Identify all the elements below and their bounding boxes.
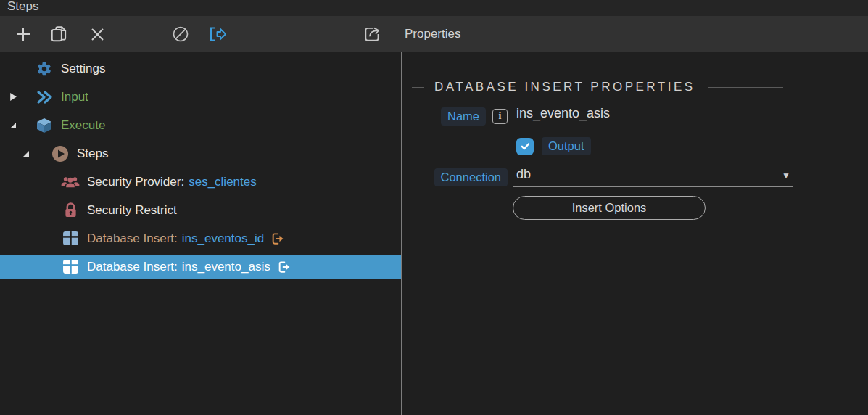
heading-left-line [412, 87, 424, 88]
exit-icon [276, 260, 292, 274]
connection-label: Connection [434, 168, 508, 186]
copy-button[interactable] [46, 16, 71, 52]
connection-dropdown[interactable]: db ▼ [513, 167, 793, 187]
table-icon [61, 259, 80, 274]
export-button[interactable] [205, 16, 230, 52]
output-checkbox[interactable] [516, 138, 534, 155]
properties-panel-title: Properties [405, 16, 460, 52]
expander-collapsed-icon[interactable] [6, 92, 20, 102]
connection-value: db [516, 167, 531, 181]
share-button[interactable] [360, 16, 385, 52]
insert-options-button[interactable]: Insert Options [513, 196, 706, 220]
tree-item-settings[interactable]: Settings [0, 54, 401, 83]
tree-item-database-insert-ins-evento-asis[interactable]: Database Insert: ins_evento_asis [0, 252, 401, 281]
copy-icon [49, 25, 68, 44]
tree-item-link[interactable]: ses_clientes [189, 175, 257, 189]
double-chevron-icon [35, 90, 54, 104]
tree-item-label: Execute [61, 118, 105, 133]
tree-item-steps[interactable]: Steps [0, 139, 401, 168]
tree-item-label: Database Insert: [87, 260, 178, 274]
output-row: Output [412, 137, 793, 155]
table-icon [61, 231, 80, 246]
share-icon [363, 25, 383, 44]
cube-icon [35, 117, 54, 134]
chevron-down-icon[interactable]: ▼ [782, 170, 790, 181]
window-titlebar: Steps [0, 0, 868, 16]
disable-button[interactable] [168, 16, 193, 52]
tree-item-label: Database Insert: [87, 231, 178, 246]
tree-item-label: Steps [77, 147, 108, 161]
tree-item-security-restrict[interactable]: Security Restrict [0, 196, 401, 224]
app-window: Steps [0, 0, 868, 415]
tree-item-label: Input [61, 90, 88, 104]
expander-expanded-icon[interactable] [6, 121, 20, 130]
delete-button[interactable] [85, 16, 109, 52]
tree: Settings Input [0, 52, 401, 400]
tree-panel-footer [0, 400, 401, 415]
check-icon [519, 140, 532, 152]
expander-expanded-icon[interactable] [19, 149, 33, 158]
tree-item-input[interactable]: Input [0, 83, 401, 111]
tree-item-label: Security Provider: [87, 175, 184, 189]
exit-icon [270, 231, 285, 246]
properties-heading: DATABASE INSERT PROPERTIES [412, 80, 793, 94]
heading-text: DATABASE INSERT PROPERTIES [434, 80, 695, 94]
output-label: Output [542, 137, 591, 155]
connection-field-row: Connection db ▼ [412, 167, 793, 187]
tree-item-execute[interactable]: Execute [0, 111, 401, 139]
add-icon [15, 25, 32, 43]
disable-icon [172, 25, 189, 43]
lock-icon [61, 202, 80, 218]
name-label: Name [441, 107, 486, 126]
close-icon [91, 28, 104, 41]
tree-item-label: Settings [61, 62, 105, 76]
properties-panel: DATABASE INSERT PROPERTIES Name i ins_ev… [402, 52, 868, 415]
tree-item-link[interactable]: ins_eventos_id [182, 231, 264, 246]
tree-item-security-provider[interactable]: Security Provider: ses_clientes [0, 168, 401, 196]
gear-icon [35, 61, 54, 77]
insert-options-row: Insert Options [412, 196, 793, 220]
users-icon [61, 174, 80, 190]
name-field-row: Name i ins_evento_asis [412, 106, 793, 126]
steps-tree-panel: Settings Input [0, 52, 402, 415]
export-icon [208, 25, 228, 43]
info-icon[interactable]: i [492, 109, 508, 124]
tree-item-label: Security Restrict [87, 203, 177, 218]
play-icon [51, 145, 70, 163]
tree-item-database-insert-ins-eventos-id[interactable]: Database Insert: ins_eventos_id [0, 224, 401, 252]
window-title: Steps [7, 0, 38, 14]
tree-item-link[interactable]: ins_evento_asis [182, 260, 270, 274]
heading-right-line [708, 87, 783, 88]
toolbar: Properties [0, 16, 868, 52]
add-button[interactable] [11, 16, 36, 52]
name-input[interactable]: ins_evento_asis [513, 106, 793, 126]
